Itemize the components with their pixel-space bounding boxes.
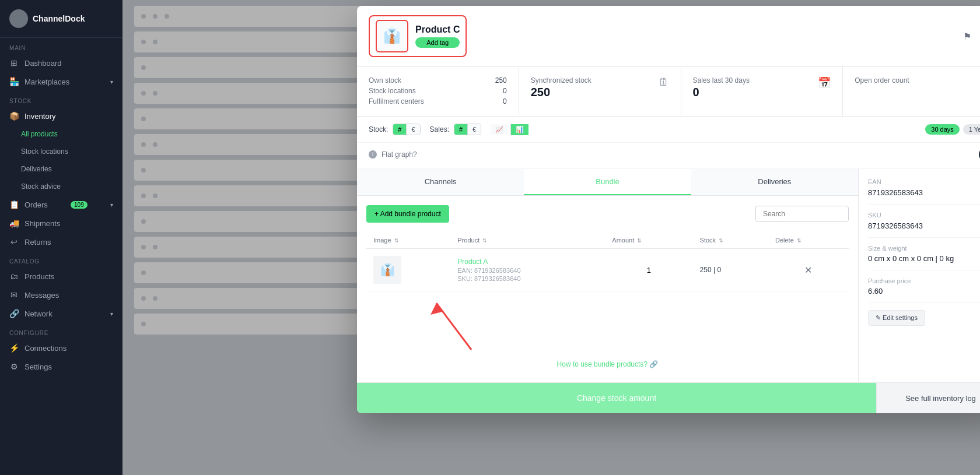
modal-tabs: Channels Bundle Deliveries bbox=[357, 169, 858, 196]
svg-line-0 bbox=[436, 303, 471, 350]
own-stock-label: Own stock bbox=[369, 76, 401, 85]
sidebar-item-messages[interactable]: ✉ Messages bbox=[0, 286, 123, 304]
sales-hash-btn[interactable]: # bbox=[454, 124, 467, 135]
modal-header: 👔 Product C Add tag ⚑ ✕ bbox=[357, 6, 980, 67]
sales-control-label: Sales: bbox=[430, 125, 449, 133]
sidebar-item-products[interactable]: 🗂 Products bbox=[0, 267, 123, 286]
30-days-btn[interactable]: 30 days bbox=[925, 124, 960, 135]
sidebar-item-dashboard[interactable]: ⊞ Dashboard bbox=[0, 54, 123, 72]
sku-label: SKU bbox=[868, 212, 980, 219]
1-year-btn[interactable]: 1 Year bbox=[963, 124, 980, 135]
network-icon: 🔗 bbox=[9, 309, 19, 318]
how-to-anchor[interactable]: How to use bundle products? 🔗 bbox=[557, 360, 659, 368]
col-amount[interactable]: Amount ⇅ bbox=[605, 232, 692, 249]
sales-label: Sales last 30 days bbox=[693, 76, 831, 85]
sidebar-item-connections[interactable]: ⚡ Connections bbox=[0, 339, 123, 357]
sidebar-item-label: Stock advice bbox=[21, 182, 61, 191]
add-tag-button[interactable]: Add tag bbox=[415, 37, 460, 48]
stock-locations-value: 0 bbox=[503, 87, 507, 96]
logo-text: ChannelDock bbox=[33, 14, 85, 23]
sales-euro-btn[interactable]: € bbox=[467, 124, 481, 135]
stock-value: 250 | 0 bbox=[700, 266, 721, 274]
inventory-log-button[interactable]: See full inventory log bbox=[876, 383, 980, 413]
sidebar-item-network[interactable]: 🔗 Network ▾ bbox=[0, 304, 123, 323]
product-image: 👔 bbox=[376, 20, 408, 52]
sales-value: 0 bbox=[693, 86, 831, 99]
sidebar-item-deliveries[interactable]: Deliveries bbox=[0, 160, 123, 178]
stat-sub-row-locations: Stock locations 0 bbox=[369, 87, 507, 96]
arrow-container bbox=[366, 291, 849, 356]
sidebar-item-inventory[interactable]: 📦 Inventory bbox=[0, 107, 123, 125]
sidebar-item-label: Inventory bbox=[24, 112, 55, 121]
delete-cell: ✕ bbox=[768, 249, 849, 291]
sidebar-item-marketplaces[interactable]: 🏪 Marketplaces ▾ bbox=[0, 72, 123, 91]
sidebar-item-settings[interactable]: ⚙ Settings bbox=[0, 357, 123, 376]
sidebar-item-stock-locations[interactable]: Stock locations bbox=[0, 143, 123, 160]
dashboard-icon: ⊞ bbox=[9, 58, 19, 68]
product-title: Product C bbox=[415, 24, 460, 35]
sidebar-item-returns[interactable]: ↩ Returns bbox=[0, 233, 123, 251]
bundle-content: + Add bundle product Image ⇅ Pr bbox=[357, 196, 858, 382]
delete-row-button[interactable]: ✕ bbox=[804, 265, 812, 276]
flat-graph-label: Flat graph? bbox=[382, 150, 417, 159]
chart-type-group: 📈 📊 bbox=[491, 124, 528, 135]
tab-deliveries[interactable]: Deliveries bbox=[691, 169, 858, 195]
col-image[interactable]: Image ⇅ bbox=[366, 232, 450, 249]
sidebar-item-label: Products bbox=[24, 272, 54, 281]
stock-euro-btn[interactable]: € bbox=[406, 124, 419, 135]
line-chart-btn[interactable]: 📈 bbox=[491, 124, 508, 135]
bookmark-button[interactable]: ⚑ bbox=[961, 29, 974, 44]
edit-settings-group: ✎ Edit settings bbox=[868, 310, 980, 326]
edit-settings-button[interactable]: ✎ Edit settings bbox=[868, 310, 925, 326]
own-stock-value: 250 bbox=[495, 76, 507, 86]
tab-bundle[interactable]: Bundle bbox=[524, 169, 691, 195]
sort-icon: ⇅ bbox=[719, 238, 723, 244]
col-product[interactable]: Product ⇅ bbox=[450, 232, 605, 249]
col-stock[interactable]: Stock ⇅ bbox=[693, 232, 768, 249]
sidebar-item-label: Marketplaces bbox=[24, 78, 69, 86]
main-content: 👔 Product C Add tag ⚑ ✕ Own stock bbox=[123, 0, 980, 475]
sidebar-item-all-products[interactable]: All products bbox=[0, 125, 123, 143]
product-name-link[interactable]: Product A bbox=[457, 258, 488, 266]
shipments-icon: 🚚 bbox=[9, 219, 19, 228]
sidebar-item-stock-advice[interactable]: Stock advice bbox=[0, 178, 123, 195]
product-modal: 👔 Product C Add tag ⚑ ✕ Own stock bbox=[357, 6, 980, 413]
ean-label: EAN bbox=[868, 178, 980, 185]
sort-icon: ⇅ bbox=[637, 238, 642, 244]
sidebar-logo: ChannelDock bbox=[0, 0, 123, 38]
chevron-down-icon: ▾ bbox=[110, 311, 113, 317]
sort-icon: ⇅ bbox=[394, 238, 399, 244]
how-to-link: How to use bundle products? 🔗 bbox=[366, 356, 849, 373]
purchase-price-value: 6.60 bbox=[868, 287, 980, 295]
connections-icon: ⚡ bbox=[9, 343, 19, 353]
stat-synchronized-stock: 🗓 Synchronized stock 250 bbox=[519, 67, 681, 116]
sidebar-item-label: Settings bbox=[24, 363, 52, 371]
tab-channels[interactable]: Channels bbox=[357, 169, 524, 195]
left-panel: Channels Bundle Deliveries + Add bundle … bbox=[357, 169, 859, 382]
sidebar-item-label: Connections bbox=[24, 344, 66, 353]
size-weight-label: Size & weight bbox=[868, 245, 980, 252]
sort-icon: ⇅ bbox=[797, 238, 802, 244]
right-panel: EAN 8719326583643 🖨 SKU 8719326583643 🖨 … bbox=[859, 169, 980, 382]
time-period-group: 30 days 1 Year bbox=[925, 124, 980, 135]
sidebar-item-orders[interactable]: 📋 Orders 109 ▾ bbox=[0, 195, 123, 214]
fulfilment-value: 0 bbox=[503, 97, 507, 107]
change-stock-button[interactable]: Change stock amount bbox=[357, 383, 876, 413]
sidebar-item-shipments[interactable]: 🚚 Shipments bbox=[0, 214, 123, 233]
calendar-alt-icon: 📅 bbox=[818, 76, 831, 89]
sidebar-item-label: Stock locations bbox=[21, 147, 68, 156]
add-bundle-button[interactable]: + Add bundle product bbox=[366, 205, 449, 223]
chart-controls: Stock: # € Sales: # € 📈 📊 30 days 1 Year bbox=[357, 117, 980, 143]
ean-row: 8719326583643 🖨 bbox=[868, 188, 980, 197]
sidebar-item-label: Dashboard bbox=[24, 59, 62, 68]
sidebar-section-catalog: CATALOG bbox=[0, 251, 123, 267]
ean-value: 8719326583643 bbox=[868, 188, 923, 197]
ean-group: EAN 8719326583643 🖨 bbox=[868, 178, 980, 205]
bundle-search-input[interactable] bbox=[755, 206, 849, 222]
bar-chart-btn[interactable]: 📊 bbox=[510, 124, 528, 135]
stock-hash-btn[interactable]: # bbox=[393, 124, 406, 135]
sidebar-section-stock: STOCK bbox=[0, 91, 123, 107]
chevron-down-icon: ▾ bbox=[110, 79, 113, 85]
col-delete[interactable]: Delete ⇅ bbox=[768, 232, 849, 249]
sidebar-item-label: Orders bbox=[24, 200, 48, 209]
